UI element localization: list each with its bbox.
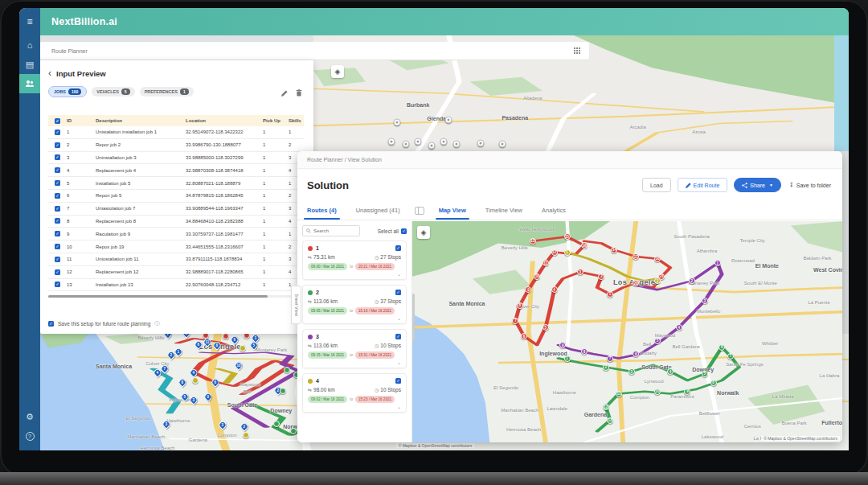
edit-route-button[interactable]: Edit Route	[678, 178, 728, 192]
row-checkbox[interactable]: ✓	[55, 231, 60, 236]
route-stop-marker[interactable]: 8	[517, 302, 523, 309]
route-card-1[interactable]: 1✓⇆75.31 km◷27 Stops09:00 / Mar 16 2021t…	[302, 240, 407, 280]
route-stop-marker[interactable]	[284, 367, 290, 373]
geolocate-icon[interactable]: ◈	[331, 65, 344, 78]
cluster-marker-icon[interactable]	[445, 117, 452, 124]
route-stop-marker[interactable]	[290, 428, 297, 434]
row-checkbox[interactable]: ✓	[55, 269, 60, 275]
cluster-marker-icon[interactable]	[453, 141, 461, 148]
tab-unassigned[interactable]: Unassigned (41)	[346, 201, 410, 220]
expand-chevron-icon[interactable]: ⌄	[308, 316, 401, 321]
route-stop-marker[interactable]: 7	[512, 318, 518, 324]
route-stop-marker[interactable]: 1	[607, 291, 613, 298]
route-checkbox[interactable]: ✓	[395, 378, 401, 384]
save-to-folder-button[interactable]: ↧Save to folder	[788, 178, 833, 192]
route-stop-marker[interactable]: 2	[598, 273, 604, 280]
route-stop-marker[interactable]: 3	[577, 269, 583, 275]
route-stop-marker[interactable]: 9	[559, 342, 566, 348]
route-stop-marker[interactable]: 2	[654, 277, 661, 284]
cluster-marker-icon[interactable]	[477, 139, 485, 146]
route-checkbox[interactable]: ✓	[395, 245, 401, 251]
chip-preferences[interactable]: PREFERENCES1	[140, 87, 194, 97]
row-checkbox[interactable]: ✓	[55, 129, 60, 135]
route-stop-marker[interactable]: 8	[710, 380, 717, 386]
row-checkbox[interactable]: ✓	[55, 154, 60, 160]
back-arrow-icon[interactable]: ‹	[48, 69, 51, 77]
route-stop-marker[interactable]: 1	[714, 260, 721, 266]
route-checkbox[interactable]: ✓	[395, 290, 401, 295]
route-list-scrollbar[interactable]	[412, 294, 415, 342]
route-stop-marker[interactable]: 10	[534, 273, 540, 280]
row-checkbox[interactable]: ✓	[55, 206, 60, 212]
help-icon[interactable]: ?	[19, 426, 40, 446]
cluster-marker-icon[interactable]	[415, 138, 422, 146]
row-checkbox[interactable]: ✓	[55, 218, 60, 224]
expand-chevron-icon[interactable]: ⌄	[308, 405, 401, 409]
cluster-marker-icon[interactable]	[402, 141, 409, 148]
tab-analytics[interactable]: Analytics	[532, 201, 575, 220]
route-stop-marker[interactable]: 11	[542, 260, 549, 266]
route-stop-marker[interactable]: 9	[525, 286, 531, 293]
cluster-marker-icon[interactable]	[499, 141, 506, 148]
route-stop-marker[interactable]: 4	[551, 286, 558, 293]
users-icon[interactable]	[19, 74, 40, 93]
row-checkbox[interactable]: ✓	[55, 244, 60, 249]
route-card-3[interactable]: 3✓⇆113.06 km◷10 Stops09:15 / Mar 16 2021…	[302, 329, 407, 368]
route-stop-marker[interactable]: 3	[628, 368, 635, 375]
route-stop-marker[interactable]: 4	[676, 324, 682, 331]
cluster-marker-icon[interactable]	[440, 138, 448, 146]
route-stop-marker[interactable]: 7	[727, 353, 734, 360]
row-checkbox[interactable]: ✓	[55, 142, 60, 148]
route-stop-marker[interactable]: 13	[607, 417, 613, 424]
route-stop-marker[interactable]: 20	[633, 280, 639, 286]
share-button[interactable]: Share▼	[734, 178, 781, 192]
select-all-routes-checkbox[interactable]: ✓	[401, 228, 407, 234]
route-stop-marker[interactable]: 8	[581, 348, 588, 355]
delete-trash-icon[interactable]	[296, 89, 302, 97]
save-setup-checkbox[interactable]: ✓	[48, 321, 54, 327]
route-stop-marker[interactable]	[192, 377, 199, 384]
route-stop-marker[interactable]: 1	[564, 356, 571, 362]
tab-routes[interactable]: Routes (4)	[297, 201, 346, 220]
load-button[interactable]: Load	[642, 178, 671, 192]
menu-icon[interactable]: ≡	[19, 8, 40, 35]
route-stop-marker[interactable]: 15	[564, 233, 571, 240]
route-stop-marker[interactable]: 2	[603, 364, 609, 371]
route-stop-marker[interactable]	[240, 345, 246, 351]
route-stop-marker[interactable]: 7	[607, 356, 613, 362]
route-stop-marker[interactable]: 3	[702, 298, 708, 304]
route-stop-marker[interactable]: 5	[542, 324, 549, 331]
collapse-panel-icon[interactable]	[415, 207, 424, 215]
route-stop-marker[interactable]	[273, 421, 280, 427]
edit-pencil-icon[interactable]	[281, 90, 288, 97]
route-stop-marker[interactable]: 6	[521, 333, 527, 339]
route-stop-marker[interactable]	[243, 432, 249, 438]
row-checkbox[interactable]: ✓	[55, 257, 60, 262]
row-checkbox[interactable]: ✓	[55, 282, 60, 287]
search-input[interactable]	[313, 228, 355, 233]
chip-vehicles[interactable]: VEHICLES5	[92, 87, 134, 97]
route-stop-marker[interactable]: 17	[633, 253, 639, 260]
route-stop-marker[interactable]: 13	[530, 238, 536, 245]
horizontal-scrollbar[interactable]	[48, 295, 304, 298]
route-stop-marker[interactable]: 6	[633, 351, 639, 357]
route-search[interactable]	[302, 225, 360, 236]
expand-chevron-icon[interactable]: ⌄	[308, 360, 401, 365]
settings-icon[interactable]: ⚙	[19, 407, 40, 426]
solution-map[interactable]: ◈ West HollywoodBeverly HillsSanta Monic…	[412, 221, 842, 442]
expand-chevron-icon[interactable]: ⌄	[308, 272, 401, 277]
route-stop-marker[interactable]: 18	[654, 256, 661, 262]
route-card-2[interactable]: 2✓⇆113.06 km◷37 Stops09:05 / Mar 16 2021…	[302, 285, 407, 324]
cluster-marker-icon[interactable]	[393, 119, 400, 126]
row-checkbox[interactable]: ✓	[55, 167, 60, 173]
select-all-jobs-checkbox[interactable]: ✓	[55, 118, 60, 124]
route-stop-marker[interactable]: 5	[654, 338, 661, 344]
projects-icon[interactable]: ▤	[19, 55, 40, 74]
info-icon[interactable]: ⓘ	[154, 320, 160, 327]
route-stop-marker[interactable]: 5	[702, 371, 708, 377]
route-stop-marker[interactable]: 10	[654, 388, 661, 395]
route-stop-marker[interactable]: 4	[667, 368, 674, 375]
route-stop-marker[interactable]: 12	[551, 249, 558, 256]
tab-timeline-view[interactable]: Timeline View	[476, 201, 532, 220]
row-checkbox[interactable]: ✓	[55, 180, 60, 186]
